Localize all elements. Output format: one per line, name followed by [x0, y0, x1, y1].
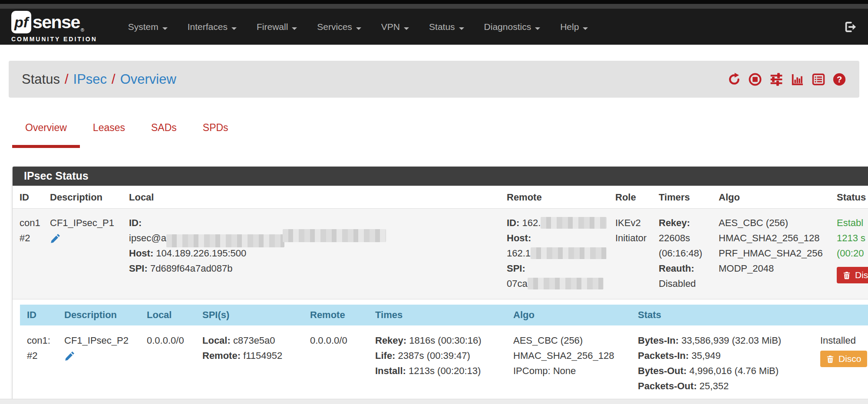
nav-item-system[interactable]: System: [118, 22, 178, 32]
sign-out-icon[interactable]: [844, 20, 857, 33]
stop-circle-icon[interactable]: [748, 72, 762, 86]
ike-sa-row: con1 #2 CF1_IPsec_P1 ID: ipsec@a Host: 1…: [13, 209, 868, 299]
tab-sads[interactable]: SADs: [138, 122, 190, 148]
chevron-down-icon: [356, 27, 361, 30]
col-header-description: Description: [43, 186, 122, 209]
trash-icon: [826, 355, 835, 364]
col-header-algo: Algo: [506, 305, 631, 325]
table-header-row: ID Description Local Remote Role Timers …: [13, 186, 868, 209]
nav-item-firewall[interactable]: Firewall: [247, 22, 307, 32]
packets-out-label: Packets-Out:: [638, 381, 697, 391]
bytes-out-label: Bytes-Out:: [638, 365, 686, 376]
tab-leases[interactable]: Leases: [80, 122, 138, 148]
sa-number: #2: [27, 348, 57, 363]
sliders-icon[interactable]: [769, 72, 784, 86]
child-sa-table: ID Description Local SPI(s) Remote Times…: [20, 305, 868, 401]
refresh-icon[interactable]: [727, 72, 741, 86]
bar-chart-icon[interactable]: [791, 72, 805, 86]
tab-overview[interactable]: Overview: [12, 122, 80, 148]
chevron-down-icon: [535, 27, 540, 30]
page-bottom-strip: [0, 399, 868, 404]
breadcrumb-section: Status: [22, 72, 60, 87]
bytes-in-label: Bytes-In:: [638, 335, 679, 346]
breadcrumb-link-overview[interactable]: Overview: [120, 72, 176, 87]
disconnect-label: Disco: [838, 354, 861, 364]
local-host-value: 104.189.226.195:500: [156, 248, 246, 259]
tab-spds[interactable]: SPDs: [190, 122, 241, 148]
install-value: 1213s (00:20:13): [409, 365, 481, 376]
ike-sa-table: ID Description Local Remote Role Timers …: [13, 186, 868, 299]
nav-item-label: Interfaces: [188, 22, 228, 32]
packets-out-value: 25,352: [700, 381, 729, 391]
edit-pencil-icon[interactable]: [50, 233, 61, 248]
nav-item-label: Status: [429, 22, 455, 32]
redacted-block: [528, 278, 604, 289]
col-header-remote: Remote: [500, 186, 608, 209]
col-header-stats: Stats: [631, 305, 813, 325]
cell-description: CF1_IPsec_P2: [57, 325, 140, 401]
algo-prf: PRF_HMAC_SHA2_256: [719, 246, 830, 261]
chevron-down-icon: [162, 27, 168, 30]
redacted-block: [531, 247, 607, 259]
logo-row: pf sense ®: [11, 11, 97, 33]
nav-item-status[interactable]: Status: [419, 22, 474, 32]
col-header-description: Description: [57, 305, 140, 325]
rekey-label: Rekey:: [659, 215, 712, 230]
nav-item-label: VPN: [381, 22, 400, 32]
chevron-down-icon: [404, 27, 409, 30]
col-header-timers: Timers: [652, 186, 712, 209]
algo-integrity: HMAC_SHA2_256_128: [513, 348, 631, 363]
edit-pencil-icon[interactable]: [64, 351, 75, 366]
nav-menu: System Interfaces Firewall Services VPN …: [118, 22, 598, 32]
nav-item-label: Firewall: [257, 22, 288, 32]
redacted-block: [283, 229, 386, 242]
nav-item-diagnostics[interactable]: Diagnostics: [474, 22, 551, 32]
install-label: Install:: [375, 365, 406, 376]
cell-status: Establ 1213 s (00:20 Dis: [830, 209, 868, 299]
logo-subtitle: COMMUNITY EDITION: [11, 36, 97, 43]
cell-status: Installed Disco: [813, 325, 868, 401]
breadcrumb-bar: Status/IPsec/Overview ?: [9, 61, 859, 98]
col-header-remote: Remote: [303, 305, 368, 325]
nav-item-interfaces[interactable]: Interfaces: [178, 22, 247, 32]
cell-remote: ID: 162. Host: 162.1 SPI: 07ca: [500, 209, 608, 299]
top-navbar: pf sense ® COMMUNITY EDITION System Inte…: [0, 9, 868, 45]
bytes-in-value: 33,586,939 (32.03 MiB): [681, 335, 781, 346]
col-header-id: ID: [13, 186, 43, 209]
chevron-down-icon: [459, 27, 464, 30]
redacted-block: [166, 234, 284, 247]
cell-algo: AES_CBC (256) HMAC_SHA2_256_128 IPComp: …: [506, 325, 631, 401]
spi-label: SPI:: [129, 263, 148, 274]
packets-in-label: Packets-In:: [638, 350, 689, 361]
nav-item-vpn[interactable]: VPN: [371, 22, 419, 32]
log-list-icon[interactable]: [812, 72, 825, 86]
life-label: Life:: [375, 350, 395, 361]
status-established: Establ: [837, 215, 868, 230]
local-network: 0.0.0.0/0: [147, 333, 195, 348]
chevron-down-icon: [292, 27, 297, 30]
breadcrumb-link-ipsec[interactable]: IPsec: [73, 72, 107, 87]
question-glyph: ?: [837, 74, 842, 84]
nav-item-services[interactable]: Services: [307, 22, 371, 32]
disconnect-button[interactable]: Dis: [837, 267, 868, 283]
disconnect-child-button[interactable]: Disco: [820, 351, 867, 367]
rekey-value: 1816s (00:30:16): [409, 335, 481, 346]
pfsense-logo[interactable]: pf sense ® COMMUNITY EDITION: [11, 11, 97, 43]
cell-times: Rekey: 1816s (00:30:16) Life: 2387s (00:…: [368, 325, 506, 401]
nav-item-label: Help: [560, 22, 579, 32]
page-action-icons: ?: [727, 72, 846, 86]
child-header-row: ID Description Local SPI(s) Remote Times…: [20, 305, 868, 325]
algo-integrity: HMAC_SHA2_256_128: [719, 230, 830, 246]
breadcrumb: Status/IPsec/Overview: [22, 72, 176, 87]
status-uptime-clock: (00:20: [837, 246, 868, 261]
help-circle-icon[interactable]: ?: [832, 72, 846, 86]
cell-remote: 0.0.0.0/0: [303, 325, 368, 401]
host-label: Host:: [507, 233, 531, 243]
local-spi-value: 7d689f64a7ad087b: [150, 263, 233, 274]
connection-id: con1: [20, 215, 43, 230]
col-header-role: Role: [608, 186, 652, 209]
nav-item-help[interactable]: Help: [550, 22, 598, 32]
status-installed: Installed: [820, 333, 868, 348]
cell-spis: Local: c873e5a0 Remote: f1154952: [195, 325, 303, 401]
registered-mark: ®: [81, 27, 84, 33]
